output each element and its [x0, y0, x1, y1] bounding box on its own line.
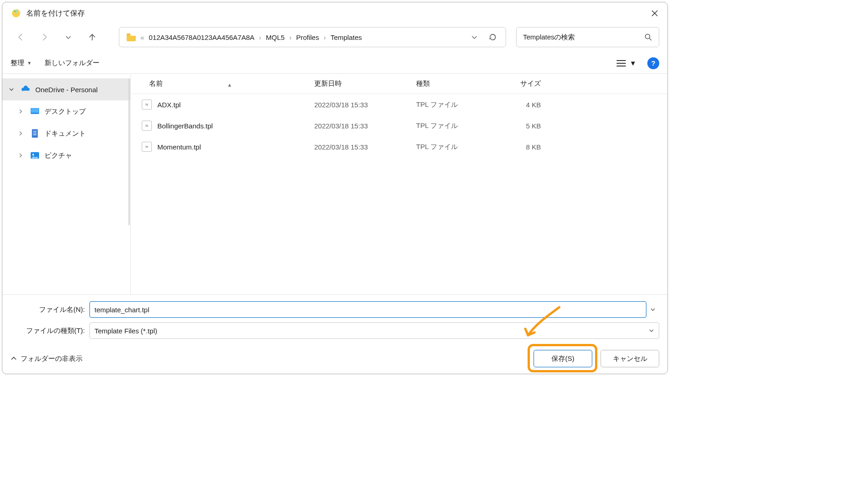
- toolbar: 整理▼ 新しいフォルダー ▼ ?: [2, 53, 668, 74]
- search-input[interactable]: Templatesの検索: [516, 27, 659, 47]
- file-size: 8 KB: [498, 143, 553, 151]
- file-date: 2022/03/18 15:33: [314, 122, 416, 130]
- new-folder-button[interactable]: 新しいフォルダー: [45, 59, 100, 67]
- column-header-date[interactable]: 更新日時: [314, 79, 416, 88]
- column-header-type[interactable]: 種類: [416, 79, 498, 88]
- cancel-button[interactable]: キャンセル: [601, 350, 659, 367]
- breadcrumb-item[interactable]: MQL5: [263, 32, 288, 43]
- file-row[interactable]: ≈ADX.tpl2022/03/18 15:33TPL ファイル4 KB: [131, 94, 668, 115]
- file-type: TPL ファイル: [416, 122, 498, 130]
- filename-dropdown[interactable]: [646, 307, 659, 312]
- list-view-icon: [617, 60, 626, 67]
- file-name: BollingerBands.tpl: [157, 122, 213, 130]
- onedrive-icon: [21, 84, 31, 94]
- chevron-down-icon: ▼: [629, 59, 636, 67]
- chevron-right-icon: ›: [259, 33, 262, 41]
- view-mode-button[interactable]: ▼: [614, 57, 639, 69]
- sidebar-item-pictures[interactable]: ピクチャ: [2, 144, 130, 166]
- app-icon: $: [11, 8, 22, 19]
- save-as-dialog: $ 名前を付けて保存 « 012A34A5678A0123AA456A7A8A …: [2, 2, 668, 374]
- file-type: TPL ファイル: [416, 100, 498, 109]
- folder-icon: [126, 32, 137, 43]
- tpl-file-icon: ≈: [142, 142, 152, 152]
- expand-icon[interactable]: [18, 153, 25, 158]
- chevron-right-icon: ›: [289, 33, 291, 41]
- file-list: 名前▲ 更新日時 種類 サイズ ≈ADX.tpl2022/03/18 15:33…: [131, 74, 668, 294]
- recent-dropdown[interactable]: [58, 27, 78, 47]
- address-dropdown[interactable]: [466, 34, 483, 40]
- file-type: TPL ファイル: [416, 143, 498, 151]
- file-name: ADX.tpl: [157, 101, 181, 109]
- file-date: 2022/03/18 15:33: [314, 101, 416, 109]
- save-button[interactable]: 保存(S): [534, 350, 592, 367]
- search-icon: [644, 33, 652, 41]
- collapse-icon[interactable]: [9, 87, 16, 92]
- file-name: Momentum.tpl: [157, 143, 201, 151]
- document-icon: [30, 128, 40, 138]
- refresh-button[interactable]: [483, 33, 503, 41]
- svg-text:$: $: [14, 8, 18, 14]
- organize-menu[interactable]: 整理▼: [11, 59, 32, 67]
- breadcrumb-overflow[interactable]: «: [140, 33, 144, 41]
- file-row[interactable]: ≈Momentum.tpl2022/03/18 15:33TPL ファイル8 K…: [131, 136, 668, 157]
- chevron-up-icon: [11, 355, 17, 362]
- expand-icon[interactable]: [18, 109, 25, 114]
- up-button[interactable]: [82, 27, 102, 47]
- filetype-select[interactable]: Template Files (*.tpl): [89, 322, 659, 339]
- column-header-name[interactable]: 名前▲: [131, 79, 314, 88]
- tpl-file-icon: ≈: [142, 100, 152, 110]
- help-button[interactable]: ?: [647, 57, 659, 69]
- close-button[interactable]: [643, 4, 667, 22]
- nav-row: « 012A34A5678A0123AA456A7A8A › MQL5 › Pr…: [2, 24, 668, 50]
- sidebar-item-onedrive[interactable]: OneDrive - Personal: [2, 78, 130, 100]
- expand-icon[interactable]: [18, 131, 25, 136]
- sidebar: OneDrive - Personal デスクトップ ドキュメント ピクチャ: [2, 74, 131, 294]
- file-size: 4 KB: [498, 101, 553, 109]
- svg-rect-6: [32, 129, 38, 138]
- file-size: 5 KB: [498, 122, 553, 130]
- filetype-label: ファイルの種類(T):: [11, 327, 89, 335]
- breadcrumb-item[interactable]: Templates: [328, 32, 364, 43]
- back-button[interactable]: [11, 27, 31, 47]
- hide-folders-toggle[interactable]: フォルダーの非表示: [11, 354, 83, 363]
- svg-point-8: [33, 154, 34, 155]
- filename-label: ファイル名(N):: [11, 305, 89, 314]
- column-header-size[interactable]: サイズ: [498, 79, 553, 88]
- sort-asc-icon: ▲: [227, 82, 232, 88]
- file-list-header: 名前▲ 更新日時 種類 サイズ: [131, 74, 668, 94]
- sidebar-item-documents[interactable]: ドキュメント: [2, 122, 130, 144]
- forward-button[interactable]: [34, 27, 55, 47]
- search-placeholder: Templatesの検索: [523, 33, 644, 42]
- titlebar: $ 名前を付けて保存: [2, 2, 668, 24]
- svg-point-3: [645, 34, 650, 39]
- filename-input[interactable]: [89, 301, 646, 318]
- breadcrumb-root[interactable]: 012A34A5678A0123AA456A7A8A: [146, 32, 257, 43]
- sidebar-item-desktop[interactable]: デスクトップ: [2, 100, 130, 122]
- tpl-file-icon: ≈: [142, 121, 152, 131]
- svg-rect-5: [31, 109, 39, 113]
- breadcrumb-item[interactable]: Profiles: [293, 32, 322, 43]
- chevron-down-icon: [649, 328, 654, 333]
- chevron-down-icon: ▼: [27, 61, 32, 66]
- window-title: 名前を付けて保存: [26, 9, 85, 18]
- bottom-panel: ファイル名(N): ファイルの種類(T): Template Files (*.…: [2, 294, 668, 374]
- breadcrumb: « 012A34A5678A0123AA456A7A8A › MQL5 › Pr…: [140, 32, 466, 43]
- address-bar[interactable]: « 012A34A5678A0123AA456A7A8A › MQL5 › Pr…: [119, 27, 506, 47]
- pictures-icon: [30, 150, 40, 160]
- chevron-right-icon: ›: [323, 33, 326, 41]
- desktop-icon: [30, 106, 40, 116]
- file-row[interactable]: ≈BollingerBands.tpl2022/03/18 15:33TPL フ…: [131, 115, 668, 136]
- file-date: 2022/03/18 15:33: [314, 143, 416, 151]
